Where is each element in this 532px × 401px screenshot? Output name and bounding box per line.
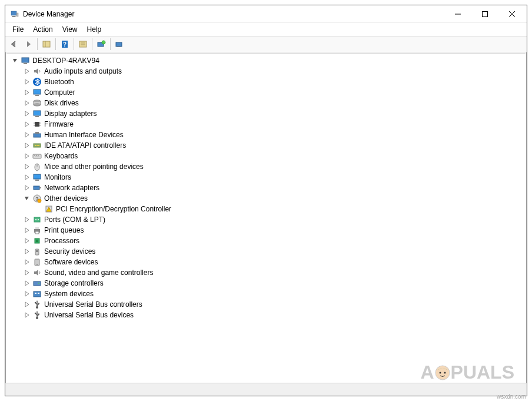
tree-node[interactable]: DESKTOP-4RAKV94 [6,55,526,66]
tree-node[interactable]: Ports (COM & LPT) [6,214,526,225]
show-hide-console-tree-button[interactable] [40,38,53,51]
svg-rect-17 [116,42,122,47]
svg-rect-71 [35,293,36,294]
expander-closed-icon[interactable] [23,141,31,150]
svg-rect-28 [35,116,39,117]
expander-closed-icon[interactable] [23,152,31,160]
cpu-icon [32,236,42,246]
properties-button[interactable] [77,38,89,51]
scan-hardware-button[interactable] [95,38,108,51]
expander-open-icon[interactable] [23,194,31,203]
tree-node[interactable]: Network adapters [6,183,526,193]
tree-node[interactable]: !PCI Encryption/Decryption Controller [6,204,526,214]
expander-closed-icon[interactable] [23,99,31,107]
tree-node[interactable]: Universal Serial Bus devices [6,310,526,320]
tree-node[interactable]: Human Interface Devices [6,130,526,140]
tree-node[interactable]: Universal Serial Bus controllers [6,299,526,310]
add-legacy-hardware-button[interactable] [113,38,126,51]
expander-closed-icon[interactable] [23,184,31,192]
svg-rect-22 [34,90,41,94]
tree-node[interactable]: Audio inputs and outputs [6,66,526,77]
tree-node[interactable]: Software devices [6,257,526,267]
storage-icon [32,279,42,288]
tree-node[interactable]: Disk drives [6,98,526,108]
expander-closed-icon[interactable] [23,163,31,171]
tree-node[interactable]: Security devices [6,246,526,257]
help-button[interactable]: ? [58,38,71,51]
tree-node-label: Audio inputs and outputs [44,67,122,75]
tree-node[interactable]: Mice and other pointing devices [6,161,526,172]
tree-node-label: Firmware [44,120,74,128]
tree-node[interactable]: Processors [6,236,526,246]
svg-rect-49 [34,186,39,190]
expander-closed-icon[interactable] [23,120,31,128]
svg-rect-5 [483,11,488,16]
expander-closed-icon[interactable] [23,226,31,234]
unknown-icon: ? [32,194,42,203]
svg-rect-8 [43,41,50,47]
menu-view[interactable]: View [58,24,82,35]
device-tree[interactable]: DESKTOP-4RAKV94Audio inputs and outputsB… [6,54,526,382]
expander-closed-icon[interactable] [23,78,31,86]
minimize-button[interactable] [444,5,471,23]
menu-action[interactable]: Action [28,24,57,35]
tree-node[interactable]: Keyboards [6,151,526,161]
expander-closed-icon[interactable] [23,110,31,118]
menu-bar: File Action View Help [5,23,527,36]
tree-node[interactable]: System devices [6,289,526,299]
svg-rect-78 [38,303,39,304]
tree-node-label: Sound, video and game controllers [44,269,153,277]
tree-node-label: Disk drives [44,99,79,107]
expander-closed-icon[interactable] [23,173,31,181]
expander-open-icon[interactable] [11,57,19,65]
expander-closed-icon[interactable] [23,88,31,97]
expander-closed-icon[interactable] [23,300,31,309]
tree-node[interactable]: Display adapters [6,108,526,119]
maximize-button[interactable] [471,5,498,23]
tree-node-label: IDE ATA/ATAPI controllers [44,141,126,150]
expander-closed-icon[interactable] [23,290,31,298]
credit-text: wsxdn.com [497,393,526,400]
expander-closed-icon[interactable] [23,216,31,224]
tree-node[interactable]: ?Other devices [6,193,526,204]
back-button[interactable] [8,38,21,51]
close-button[interactable] [498,5,526,23]
svg-point-69 [38,283,39,284]
tree-node[interactable]: Bluetooth [6,77,526,87]
tree-node-label: Computer [44,88,75,97]
tree-node[interactable]: Sound, video and game controllers [6,267,526,278]
expander-closed-icon[interactable] [23,279,31,287]
window-controls [444,5,526,23]
tree-node-label: Mice and other pointing devices [44,163,144,171]
toolbar-separator [37,38,38,50]
svg-rect-35 [35,132,39,134]
expander-closed-icon[interactable] [23,67,31,75]
svg-rect-3 [16,13,18,16]
app-icon [10,9,19,19]
svg-text:?: ? [63,41,66,48]
expander-closed-icon[interactable] [23,237,31,245]
expander-closed-icon[interactable] [23,131,31,139]
expander-closed-icon[interactable] [23,269,31,277]
toolbar-separator [74,38,74,50]
forward-button[interactable] [22,38,35,51]
expander-closed-icon[interactable] [23,258,31,266]
tree-node[interactable]: Firmware [6,119,526,130]
tree-node-label: Other devices [44,194,88,203]
tree-node[interactable]: Computer [6,87,526,98]
menu-help[interactable]: Help [82,24,107,35]
expander-closed-icon[interactable] [23,247,31,256]
tree-node[interactable]: IDE ATA/ATAPI controllers [6,140,526,151]
monitor-blue-icon [32,109,42,118]
svg-point-58 [38,219,39,220]
tree-node[interactable]: Monitors [6,172,526,183]
svg-point-39 [38,145,39,146]
tree-node[interactable]: Storage controllers [6,278,526,289]
menu-file[interactable]: File [8,24,28,35]
tree-node[interactable]: Print queues [6,225,526,236]
usb-icon [32,300,42,309]
svg-point-57 [35,219,36,220]
expander-closed-icon[interactable] [23,311,31,319]
tree-node-label: Network adapters [44,184,99,192]
tree-node-label: Universal Serial Bus controllers [44,300,142,309]
